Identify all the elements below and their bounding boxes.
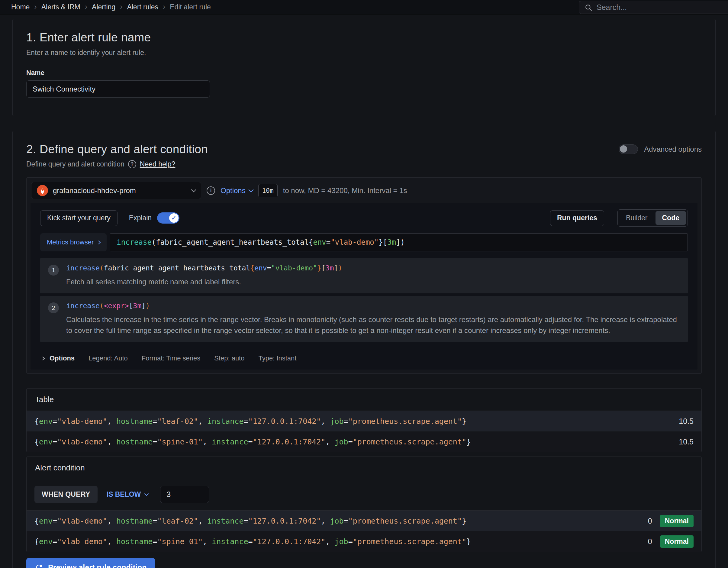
series-value: 10.5: [679, 437, 694, 446]
condition-operator-dropdown[interactable]: IS BELOW: [107, 490, 148, 499]
table-row: {env="vlab-demo", hostname="spine-01", i…: [27, 431, 701, 452]
format-setting: Format: Time series: [142, 354, 200, 362]
interval-chip[interactable]: 10m: [258, 184, 278, 197]
options-label: Options: [50, 354, 75, 362]
refresh-icon: [35, 563, 43, 568]
chevron-right-icon: [97, 240, 101, 244]
alert-instance-row: {env="vlab-demo", hostname="leaf-02", in…: [27, 511, 701, 531]
prometheus-icon: [37, 185, 48, 196]
advanced-options-label: Advanced options: [644, 145, 702, 153]
metrics-browser-label: Metrics browser: [47, 238, 94, 246]
explain-text: Calculates the increase in the time seri…: [66, 314, 680, 336]
promql-expression-input[interactable]: increase(fabric_agent_agent_heartbeats_t…: [110, 233, 688, 251]
explain-label: Explain: [129, 214, 152, 222]
explain-text: Fetch all series matching metric name an…: [66, 276, 342, 287]
chevron-down-icon: [144, 491, 149, 495]
section2-title: 2. Define query and alert condition: [26, 143, 208, 156]
alert-rule-name-input[interactable]: [26, 80, 210, 98]
builder-code-switch: Builder Code: [617, 209, 688, 227]
query-options-label: Options: [221, 186, 246, 195]
datasource-name: grafanacloud-hhdev-prom: [53, 186, 187, 195]
legend-setting: Legend: Auto: [89, 354, 128, 362]
advanced-options-toggle[interactable]: [619, 144, 638, 154]
breadcrumb-item[interactable]: Alerts & IRM: [41, 3, 80, 11]
explain-item: 1 increase(fabric_agent_agent_heartbeats…: [40, 258, 688, 293]
explain-code: increase(fabric_agent_agent_heartbeats_t…: [66, 264, 342, 272]
metrics-browser-button[interactable]: Metrics browser: [40, 233, 107, 251]
series-labels: {env="vlab-demo", hostname="spine-01", i…: [34, 437, 471, 446]
search-input[interactable]: [597, 3, 728, 12]
step-setting: Step: auto: [214, 354, 244, 362]
table-row: {env="vlab-demo", hostname="leaf-02", in…: [27, 411, 701, 431]
state-badge: Normal: [660, 515, 694, 527]
query-options-row: Options Legend: Auto Format: Time series…: [40, 348, 688, 363]
datasource-meta: to now, MD = 43200, Min. Interval = 1s: [283, 186, 407, 195]
search-icon: [585, 4, 592, 11]
query-options-dropdown[interactable]: Options: [221, 186, 253, 195]
question-circle-icon: ?: [128, 160, 136, 168]
breadcrumb: Home›Alerts & IRM›Alerting›Alert rules›E…: [11, 3, 211, 11]
builder-tab[interactable]: Builder: [619, 211, 654, 225]
explain-item: 2 increase(<expr>[3m]) Calculates the in…: [40, 296, 688, 342]
condition-operator-label: IS BELOW: [107, 490, 141, 499]
threshold-input[interactable]: [160, 486, 209, 503]
table-panel: Table {env="vlab-demo", hostname="leaf-0…: [26, 388, 702, 452]
section1-title: 1. Enter alert rule name: [26, 31, 702, 44]
series-value: 0: [648, 537, 652, 546]
step-number-badge: 1: [48, 265, 59, 276]
breadcrumb-separator: ›: [163, 2, 165, 11]
breadcrumb-item[interactable]: Alerting: [92, 3, 115, 11]
breadcrumb-separator: ›: [34, 2, 37, 11]
explain-code: increase(<expr>[3m]): [66, 302, 680, 310]
query-panel: Kick start your query Explain ✓ Run quer…: [31, 203, 697, 370]
query-editor-card: grafanacloud-hhdev-prom i Options 10m to…: [26, 177, 702, 374]
series-value: 10.5: [679, 417, 694, 426]
section-define-query: 2. Define query and alert condition Adva…: [12, 131, 716, 568]
toggle-knob: [620, 145, 627, 153]
need-help-link[interactable]: Need help?: [140, 160, 176, 168]
when-query-button[interactable]: WHEN QUERY: [34, 486, 98, 503]
preview-alert-rule-button[interactable]: Preview alert rule condition: [26, 558, 155, 568]
top-nav: Home›Alerts & IRM›Alerting›Alert rules›E…: [0, 0, 728, 15]
table-rows: {env="vlab-demo", hostname="leaf-02", in…: [27, 411, 701, 452]
preview-button-label: Preview alert rule condition: [48, 563, 147, 568]
explain-toggle[interactable]: ✓: [157, 212, 179, 224]
state-badge: Normal: [660, 535, 694, 548]
chevron-down-icon: [248, 187, 253, 192]
info-icon: i: [207, 186, 215, 195]
section-enter-alert-rule-name: 1. Enter alert rule name Enter a name to…: [12, 19, 716, 116]
alert-rows: {env="vlab-demo", hostname="leaf-02", in…: [27, 510, 701, 552]
breadcrumb-separator: ›: [85, 2, 87, 11]
chevron-right-icon: [41, 357, 45, 360]
table-panel-title: Table: [27, 389, 701, 411]
step-number-badge: 2: [48, 302, 59, 313]
breadcrumb-item[interactable]: Home: [11, 3, 30, 11]
series-labels: {env="vlab-demo", hostname="spine-01", i…: [34, 537, 471, 546]
toggle-check-icon: ✓: [169, 213, 179, 223]
breadcrumb-item: Edit alert rule: [170, 3, 211, 11]
type-setting: Type: Instant: [258, 354, 296, 362]
alert-condition-title: Alert condition: [27, 457, 701, 479]
datasource-picker[interactable]: grafanacloud-hhdev-prom: [31, 182, 201, 199]
kick-start-query-button[interactable]: Kick start your query: [40, 210, 118, 226]
series-value: 0: [648, 517, 652, 525]
name-label: Name: [26, 69, 702, 77]
chevron-down-icon: [191, 187, 196, 192]
breadcrumb-separator: ›: [120, 2, 122, 11]
section2-subtitle: Define query and alert condition: [26, 160, 124, 168]
alert-condition-panel: Alert condition WHEN QUERY IS BELOW {env…: [26, 457, 702, 552]
breadcrumb-item[interactable]: Alert rules: [127, 3, 158, 11]
alert-instance-row: {env="vlab-demo", hostname="spine-01", i…: [27, 531, 701, 552]
code-tab[interactable]: Code: [656, 211, 686, 225]
explain-list: 1 increase(fabric_agent_agent_heartbeats…: [40, 258, 688, 342]
section1-subtitle: Enter a name to identify your alert rule…: [26, 49, 702, 57]
options-expander[interactable]: Options: [41, 354, 75, 362]
series-labels: {env="vlab-demo", hostname="leaf-02", in…: [34, 517, 466, 525]
search-box[interactable]: [579, 1, 728, 14]
series-labels: {env="vlab-demo", hostname="leaf-02", in…: [34, 417, 466, 426]
run-queries-button[interactable]: Run queries: [550, 210, 604, 226]
